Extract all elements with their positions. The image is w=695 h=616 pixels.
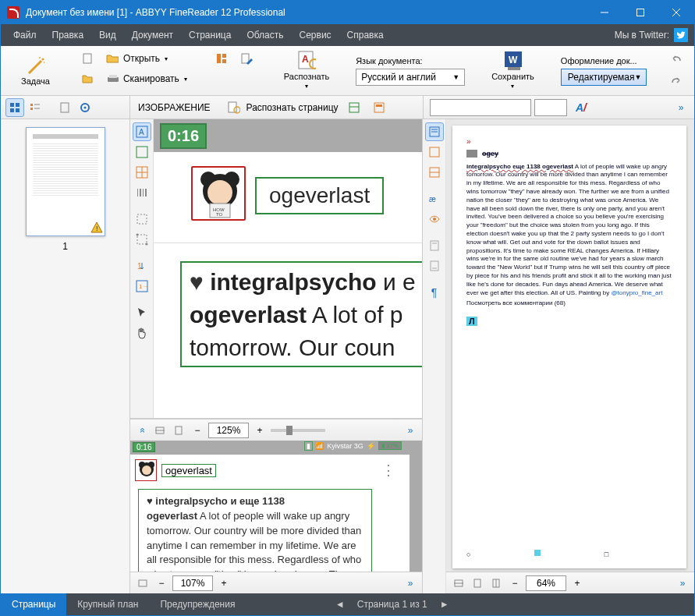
picture-tool[interactable] <box>133 143 151 161</box>
lang-label: Язык документа: <box>356 56 465 65</box>
layout-select[interactable]: Редактируемая ▼ <box>561 69 647 86</box>
twitter-icon[interactable] <box>674 28 688 42</box>
menu-view[interactable]: Вид <box>93 27 122 44</box>
fit-page-button[interactable] <box>171 423 186 438</box>
redo-button[interactable] <box>665 71 687 90</box>
page-up-button[interactable] <box>425 236 444 255</box>
svg-rect-37 <box>61 103 69 112</box>
save-button[interactable]: W Сохранить ▾ <box>484 50 542 91</box>
detail-fit-button[interactable] <box>135 575 151 591</box>
text-fit-page[interactable] <box>470 575 485 591</box>
text-fit-width[interactable] <box>451 575 466 591</box>
text-view-button[interactable] <box>425 122 444 141</box>
page-edit-button[interactable] <box>236 49 257 68</box>
page-info: Страница 1 из 1 <box>357 599 427 610</box>
menu-page[interactable]: Страница <box>183 27 237 44</box>
crop-tool[interactable] <box>133 230 151 249</box>
list-button[interactable] <box>692 71 695 90</box>
expand-text-zoom[interactable]: » <box>675 576 690 590</box>
open-doc-button[interactable] <box>76 69 98 88</box>
menu-document[interactable]: Документ <box>126 27 179 44</box>
svg-point-59 <box>136 234 138 236</box>
verify-button[interactable] <box>425 210 444 228</box>
page-settings-button[interactable] <box>76 98 94 117</box>
scan-button[interactable]: Сканировать ▾ <box>101 69 192 88</box>
zoom-in-button[interactable]: + <box>252 423 268 438</box>
analyze-page-button[interactable] <box>345 98 363 117</box>
text-actual-size[interactable] <box>488 575 504 591</box>
image-zoom-input[interactable] <box>208 423 249 438</box>
font-style-button[interactable]: A/ <box>570 99 592 116</box>
mark-button[interactable] <box>692 49 695 68</box>
layout-icon <box>215 52 228 65</box>
image-pane: A 1 1→ 0:16 <box>130 119 422 419</box>
status-tab-zoom[interactable]: Крупный план <box>66 593 149 615</box>
status-tab-warn[interactable]: Предупреждения <box>149 593 246 615</box>
font-family-select[interactable] <box>430 99 531 116</box>
page-down-button[interactable] <box>425 257 444 275</box>
status-tab-pages[interactable]: Страницы <box>1 593 66 615</box>
svg-line-4 <box>29 61 41 73</box>
more-menu-icon[interactable]: ⋮ <box>381 462 395 479</box>
minimize-button[interactable] <box>587 1 622 24</box>
close-button[interactable] <box>658 1 694 24</box>
renumber-tool[interactable]: 1→ <box>133 277 151 296</box>
textbox-tool[interactable]: A <box>133 122 151 141</box>
hand-tool[interactable] <box>133 324 151 342</box>
text-zoom-input[interactable] <box>526 575 566 591</box>
image-canvas[interactable]: 0:16 HOWTO ogeverlast ♥ integralpsycho и… <box>154 119 422 418</box>
prev-page-button[interactable]: ◄ <box>331 599 349 610</box>
order-tool[interactable]: 1 <box>133 257 151 275</box>
maximize-button[interactable] <box>622 1 658 24</box>
undo-button[interactable] <box>665 49 687 68</box>
text-page[interactable]: » ogey integralpsycho еще 1138 ogeverlas… <box>452 126 686 568</box>
dictionary-button[interactable]: æ <box>425 189 444 208</box>
view-thumbnails-button[interactable] <box>5 98 24 117</box>
menu-area[interactable]: Область <box>240 27 289 44</box>
detail-zoom-in[interactable]: + <box>216 575 232 591</box>
next-page-button[interactable]: ► <box>435 599 454 610</box>
pages-panel: ! 1 <box>1 119 130 593</box>
text-zoom-out[interactable]: − <box>507 575 523 591</box>
menu-edit[interactable]: Правка <box>46 27 90 44</box>
barcode-tool[interactable] <box>133 183 151 202</box>
svg-rect-55 <box>143 189 144 196</box>
menu-file[interactable]: Файл <box>7 27 43 44</box>
pointer-tool[interactable] <box>133 303 151 322</box>
lang-select[interactable]: Русский и англий ▼ <box>356 69 465 86</box>
expand-detail-toolbar[interactable]: » <box>403 576 417 590</box>
pilcrow-button[interactable]: ¶ <box>425 283 444 302</box>
svg-rect-32 <box>16 108 20 112</box>
page-props-button[interactable] <box>55 98 74 117</box>
expand-text-toolbar-button[interactable]: » <box>674 101 688 115</box>
warning-icon: ! <box>90 221 103 234</box>
svg-rect-1 <box>637 9 644 16</box>
table-tool[interactable] <box>133 163 151 182</box>
analyze-layout-button[interactable] <box>370 98 388 117</box>
collapse-up-icon[interactable]: » <box>135 423 149 437</box>
text-view3-button[interactable] <box>425 163 444 182</box>
page-layout-button[interactable] <box>211 49 232 68</box>
read-page-button[interactable]: Распознать страницу <box>246 102 339 113</box>
text-zoom-in[interactable]: + <box>569 575 585 591</box>
page-thumbnail[interactable]: ! <box>26 127 105 236</box>
zoom-out-button[interactable]: − <box>190 423 205 438</box>
open-button[interactable]: Открыть ▾ <box>101 49 172 68</box>
read-button[interactable]: A Распознать ▾ <box>276 50 337 91</box>
menu-service[interactable]: Сервис <box>293 27 338 44</box>
new-doc-button[interactable] <box>76 49 98 68</box>
zoom-slider[interactable] <box>271 429 325 432</box>
text-view2-button[interactable] <box>425 143 444 161</box>
font-size-input[interactable] <box>534 99 567 116</box>
detail-zoom-input[interactable] <box>172 575 213 591</box>
view-details-button[interactable] <box>26 98 44 117</box>
menu-help[interactable]: Справка <box>341 27 390 44</box>
svg-rect-29 <box>10 103 14 107</box>
expand-image-toolbar[interactable]: » <box>403 423 417 437</box>
workspace: ! 1 A 1 1→ <box>1 119 694 593</box>
select-area-tool[interactable] <box>133 210 151 228</box>
task-button[interactable]: Задача <box>13 55 58 87</box>
detail-zoom-out[interactable]: − <box>154 575 169 591</box>
detail-canvas[interactable]: 0:16 ▮ 📶 Kyivstar 3G ⚡ ▮ 37% oge <box>130 441 422 572</box>
fit-width-button[interactable] <box>152 423 168 438</box>
